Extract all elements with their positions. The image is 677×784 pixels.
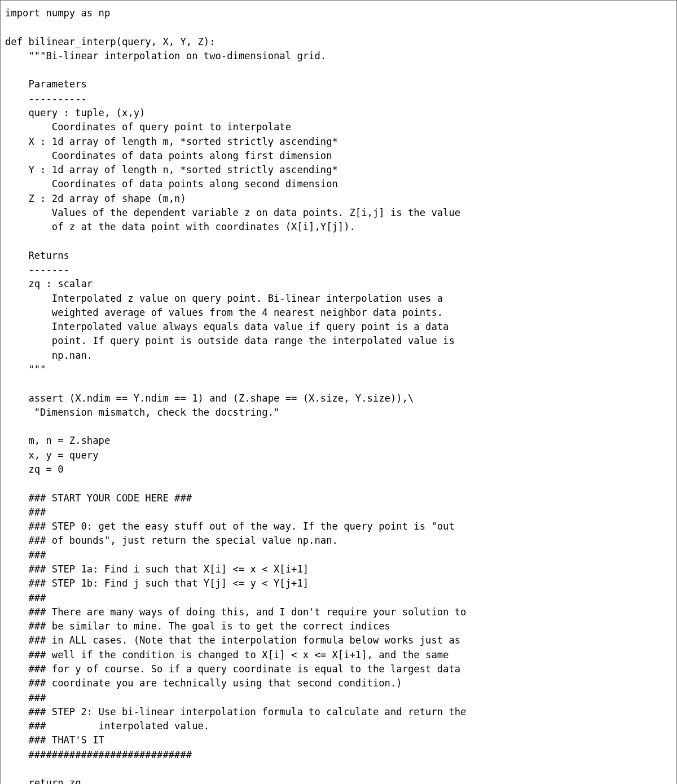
code-content: import numpy as np def bilinear_interp(q… bbox=[5, 6, 672, 784]
page-frame: import numpy as np def bilinear_interp(q… bbox=[0, 0, 677, 784]
code-cell: import numpy as np def bilinear_interp(q… bbox=[0, 0, 677, 784]
